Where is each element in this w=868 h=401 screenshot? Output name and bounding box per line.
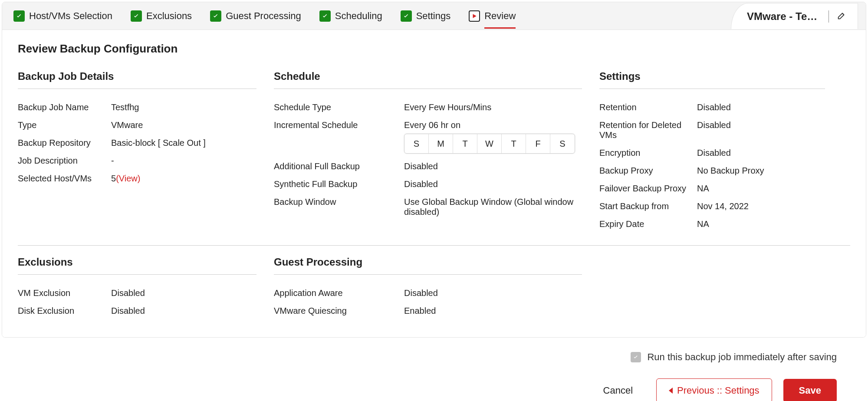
section-guest-processing: Guest Processing Application AwareDisabl… — [274, 256, 599, 320]
value-expiry-date: NA — [697, 219, 825, 229]
label-schedule-type: Schedule Type — [274, 102, 404, 112]
label-vm-exclusion: VM Exclusion — [18, 288, 111, 298]
check-icon — [401, 10, 412, 22]
section-settings: Settings RetentionDisabled Retention for… — [599, 70, 842, 233]
value-schedule-type: Every Few Hours/Mins — [404, 102, 582, 112]
value-disk-exclusion: Disabled — [111, 306, 256, 316]
value-additional-full: Disabled — [404, 161, 582, 171]
step-host-vms[interactable]: Host/VMs Selection — [13, 10, 112, 22]
section-heading: Guest Processing — [274, 256, 582, 275]
step-settings[interactable]: Settings — [401, 10, 451, 22]
day-w: W — [477, 134, 502, 153]
value-backup-proxy: No Backup Proxy — [697, 166, 825, 176]
label-encryption: Encryption — [599, 148, 697, 158]
previous-button[interactable]: Previous :: Settings — [656, 378, 772, 401]
section-heading: Exclusions — [18, 256, 256, 275]
section-heading: Schedule — [274, 70, 582, 89]
wizard-steps-bar: Host/VMs Selection Exclusions Guest Proc… — [2, 2, 866, 30]
value-synthetic-full: Disabled — [404, 179, 582, 189]
label-disk-exclusion: Disk Exclusion — [18, 306, 111, 316]
section-heading: Backup Job Details — [18, 70, 256, 89]
label-additional-full: Additional Full Backup — [274, 161, 404, 171]
label-vmware-quiescing: VMware Quiescing — [274, 306, 404, 316]
label-synthetic-full: Synthetic Full Backup — [274, 179, 404, 189]
job-title-tab: VMware - Testf... — [731, 3, 858, 29]
play-icon — [469, 10, 480, 22]
incremental-text: Every 06 hr on — [404, 120, 582, 130]
section-heading: Settings — [599, 70, 825, 89]
run-immediately-label: Run this backup job immediately after sa… — [647, 352, 837, 363]
label-retention: Retention — [599, 102, 697, 112]
label-backup-repository: Backup Repository — [18, 138, 111, 148]
day-f: F — [526, 134, 550, 153]
page-title: Review Backup Configuration — [18, 42, 850, 56]
divider — [829, 10, 829, 23]
check-icon — [13, 10, 25, 22]
previous-label: Previous :: Settings — [677, 385, 760, 396]
check-icon — [319, 10, 331, 22]
cancel-button[interactable]: Cancel — [591, 379, 645, 401]
value-selected-hosts: 5(View) — [111, 174, 256, 184]
section-backup-job-details: Backup Job Details Backup Job NameTestfh… — [18, 70, 274, 233]
label-backup-proxy: Backup Proxy — [599, 166, 697, 176]
day-t: T — [453, 134, 477, 153]
value-backup-job-name: Testfhg — [111, 102, 256, 112]
job-title: VMware - Testf... — [747, 10, 821, 23]
label-type: Type — [18, 120, 111, 130]
step-scheduling[interactable]: Scheduling — [319, 10, 382, 22]
value-type: VMware — [111, 120, 256, 130]
label-start-backup: Start Backup from — [599, 201, 697, 211]
step-exclusions[interactable]: Exclusions — [131, 10, 192, 22]
day-t2: T — [502, 134, 526, 153]
label-incremental-schedule: Incremental Schedule — [274, 120, 404, 130]
value-application-aware: Disabled — [404, 288, 582, 298]
value-incremental-schedule: Every 06 hr on S M T W T F S — [404, 120, 582, 154]
label-job-description: Job Description — [18, 156, 111, 166]
value-failover-proxy: NA — [697, 184, 825, 194]
run-immediately-checkbox[interactable] — [631, 352, 641, 362]
label-backup-job-name: Backup Job Name — [18, 102, 111, 112]
step-review[interactable]: Review — [469, 10, 516, 22]
value-encryption: Disabled — [697, 148, 825, 158]
selected-count: 5 — [111, 174, 116, 183]
value-retention: Disabled — [697, 102, 825, 112]
edit-icon[interactable] — [837, 11, 846, 22]
section-schedule: Schedule Schedule TypeEvery Few Hours/Mi… — [274, 70, 599, 233]
label-selected-hosts: Selected Host/VMs — [18, 174, 111, 184]
label-retention-deleted: Retention for Deleted VMs — [599, 120, 697, 140]
day-s: S — [404, 134, 429, 153]
value-backup-window: Use Global Backup Window (Global window … — [404, 197, 582, 217]
check-icon — [210, 10, 221, 22]
value-job-description: - — [111, 156, 256, 166]
check-icon — [131, 10, 142, 22]
chevron-left-icon — [669, 388, 673, 394]
divider — [18, 245, 850, 246]
value-retention-deleted: Disabled — [697, 120, 825, 130]
day-s2: S — [550, 134, 575, 153]
step-guest-processing[interactable]: Guest Processing — [210, 10, 301, 22]
value-start-backup: Nov 14, 2022 — [697, 201, 825, 211]
value-backup-repository: Basic-block [ Scale Out ] — [111, 138, 256, 148]
label-backup-window: Backup Window — [274, 197, 404, 207]
label-application-aware: Application Aware — [274, 288, 404, 298]
value-vm-exclusion: Disabled — [111, 288, 256, 298]
day-m: M — [429, 134, 453, 153]
value-vmware-quiescing: Enabled — [404, 306, 582, 316]
view-link[interactable]: (View) — [116, 174, 140, 183]
label-failover-proxy: Failover Backup Proxy — [599, 184, 697, 194]
days-of-week: S M T W T F S — [404, 134, 575, 154]
label-expiry-date: Expiry Date — [599, 219, 697, 229]
section-exclusions: Exclusions VM ExclusionDisabled Disk Exc… — [18, 256, 274, 320]
save-button[interactable]: Save — [783, 379, 837, 401]
